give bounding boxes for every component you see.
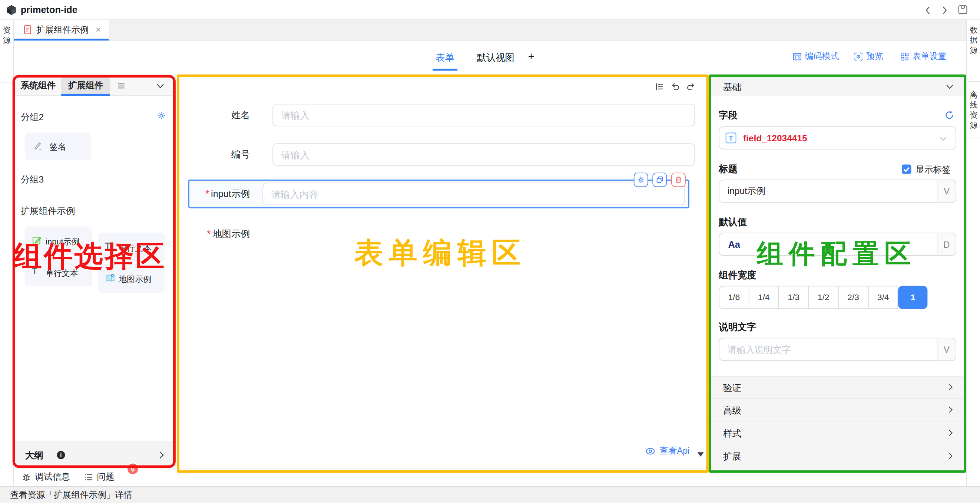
preview-button[interactable]: 预览 <box>854 51 883 62</box>
expression-button[interactable]: V <box>937 180 956 202</box>
ext-group-title: 扩展组件示例 <box>21 205 75 217</box>
field-select[interactable]: T field_12034415 <box>719 126 956 150</box>
component-label: 签名 <box>49 141 66 152</box>
component-item-map-example[interactable]: 地图示例 <box>98 264 165 293</box>
rail-divider <box>967 137 980 138</box>
tab-system-components[interactable]: 系统组件 <box>14 75 63 96</box>
menu-icon[interactable] <box>118 83 125 89</box>
scrollbar-arrow-icon[interactable] <box>698 452 704 457</box>
default-value-input-group[interactable]: Aa D <box>719 233 956 255</box>
width-option-1-4[interactable]: 1/4 <box>749 286 779 309</box>
component-panel-tabs: 系统组件 扩展组件 <box>14 75 176 96</box>
undo-icon[interactable] <box>670 82 680 91</box>
title-input[interactable] <box>719 180 937 202</box>
field-label: *地图示例 <box>188 228 250 240</box>
pen-icon <box>33 141 44 152</box>
component-item-signature[interactable]: 签名 <box>25 133 91 160</box>
group-gear-icon[interactable] <box>157 111 166 120</box>
width-option-2-3[interactable]: 2/3 <box>839 286 869 309</box>
required-mark: * <box>205 188 209 199</box>
name-input[interactable] <box>272 104 695 126</box>
tab-close-icon[interactable]: × <box>95 24 101 35</box>
field-copy-button[interactable] <box>652 172 667 187</box>
chevron-down-icon <box>939 137 947 141</box>
section-style[interactable]: 样式 <box>710 422 966 445</box>
code-mode-button[interactable]: 编码模式 <box>792 51 839 62</box>
width-option-3-4[interactable]: 3/4 <box>869 286 898 309</box>
field-label: 姓名 <box>188 109 250 121</box>
status-bar: 查看资源「扩展组件示例」详情 <box>0 486 980 503</box>
rail-resources[interactable]: 资源 <box>2 25 12 45</box>
outline-tree-icon[interactable] <box>655 82 664 91</box>
tab-form[interactable]: 表单 <box>436 52 454 64</box>
left-rail: 资源 <box>0 20 14 486</box>
form-settings-button[interactable]: 表单设置 <box>900 51 946 62</box>
component-item-input-example[interactable]: input示例 <box>25 226 92 255</box>
form-field-number[interactable]: 编号 <box>188 143 687 166</box>
component-item-single-line-text[interactable]: T 单行文本 <box>25 258 92 287</box>
save-icon[interactable] <box>958 5 968 15</box>
rail-offline-resources[interactable]: 离线资源 <box>969 90 979 130</box>
debug-count-badge: 6 <box>126 462 139 475</box>
section-extension[interactable]: 扩展 <box>710 446 966 468</box>
eye-icon <box>645 447 656 455</box>
number-input[interactable] <box>272 143 695 166</box>
description-label: 说明文字 <box>719 322 756 334</box>
dynamic-button[interactable]: D <box>937 233 956 255</box>
tab-default-view[interactable]: 默认视图 <box>477 52 514 64</box>
code-mode-label: 编码模式 <box>805 51 839 62</box>
app-title: primeton-ide <box>21 5 78 15</box>
active-tab-indicator <box>61 94 110 96</box>
status-message: 查看资源「扩展组件示例」详情 <box>10 490 132 501</box>
field-settings-button[interactable] <box>634 172 648 187</box>
nav-back-icon[interactable] <box>924 6 932 15</box>
field-delete-button[interactable] <box>671 172 686 187</box>
form-field-map[interactable]: *地图示例 <box>188 223 687 245</box>
view-api-link[interactable]: 查看Api <box>645 446 689 457</box>
show-label-checkbox[interactable] <box>902 164 911 174</box>
component-item-single-line-text[interactable]: T 单行文本 <box>98 233 165 262</box>
map-icon <box>105 273 116 283</box>
section-advanced[interactable]: 高级 <box>710 399 966 422</box>
form-field-name[interactable]: 姓名 <box>188 104 687 126</box>
debug-info-button[interactable]: 调试信息 <box>21 471 70 482</box>
component-label: 单行文本 <box>119 243 151 254</box>
document-icon <box>23 24 32 35</box>
section-validation[interactable]: 验证 <box>710 376 966 399</box>
rail-data-source[interactable]: 数据源 <box>969 25 979 55</box>
expression-button[interactable]: V <box>937 338 956 360</box>
primeton-ide-window: primeton-ide 资源 数据源 离线资源 扩展组件示例 × <box>0 0 980 503</box>
problems-button[interactable]: 问题 <box>84 471 115 482</box>
section-basic-header[interactable]: 基础 <box>710 77 966 96</box>
group2-title: 分组2 <box>21 111 44 123</box>
tab-label: 扩展组件 <box>68 80 103 90</box>
preview-label: 预览 <box>866 51 883 62</box>
width-option-1-selected[interactable]: 1 <box>899 286 928 309</box>
chevron-down-icon <box>945 84 954 89</box>
text-icon: T <box>32 266 37 275</box>
form-settings-label: 表单设置 <box>913 51 946 62</box>
show-label-text: 显示标签 <box>915 164 950 176</box>
field-select-value: field_12034415 <box>743 133 807 143</box>
width-option-1-6[interactable]: 1/6 <box>719 286 749 309</box>
component-label: input示例 <box>46 236 79 248</box>
width-option-1-2[interactable]: 1/2 <box>809 286 838 309</box>
redo-icon[interactable] <box>686 82 695 91</box>
width-option-1-3[interactable]: 1/3 <box>779 286 809 309</box>
input-example-input[interactable] <box>262 182 685 205</box>
nav-forward-icon[interactable] <box>941 6 949 15</box>
description-input[interactable] <box>719 338 937 360</box>
description-input-group: V <box>719 338 956 361</box>
add-view-button[interactable]: + <box>528 51 535 64</box>
collapse-panel-icon[interactable] <box>156 83 165 89</box>
collapsed-sections: 验证 高级 样式 扩展 <box>710 376 966 468</box>
tab-extended-component-example[interactable]: 扩展组件示例 × <box>14 20 109 41</box>
title-bar: primeton-ide <box>0 0 980 20</box>
section-label: 基础 <box>723 81 741 93</box>
outline-toggle[interactable]: 大纲 <box>14 441 176 468</box>
view-api-label: 查看Api <box>659 446 689 457</box>
info-icon <box>56 450 65 460</box>
tab-extended-components[interactable]: 扩展组件 <box>61 75 110 96</box>
refresh-icon[interactable] <box>944 110 955 120</box>
edit-green-icon <box>32 235 42 245</box>
